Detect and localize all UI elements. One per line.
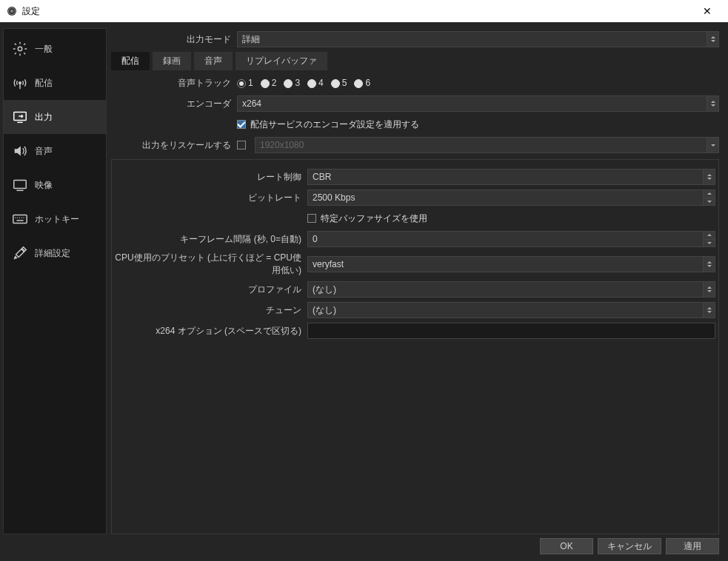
enforce-checkbox[interactable] — [237, 120, 246, 129]
svg-point-2 — [10, 10, 13, 13]
keyboard-icon — [10, 211, 30, 227]
dropdown-arrow-icon — [703, 303, 715, 318]
sidebar-label: 出力 — [35, 111, 53, 124]
dropdown-arrow-icon — [707, 96, 718, 111]
x264opts-input[interactable] — [307, 323, 715, 339]
dropdown-arrow-icon — [707, 138, 718, 152]
rescale-dropdown: 1920x1080 — [255, 137, 719, 153]
tab-streaming[interactable]: 配信 — [111, 52, 150, 70]
sidebar-label: 詳細設定 — [35, 247, 70, 260]
output-mode-label: 出力モード — [111, 33, 237, 46]
spinner-icon[interactable] — [703, 232, 715, 246]
encoder-label: エンコーダ — [111, 98, 237, 110]
tab-recording[interactable]: 録画 — [153, 52, 191, 70]
bitrate-input[interactable]: 2500 Kbps — [307, 189, 715, 206]
track-5-radio[interactable] — [331, 79, 340, 88]
bitrate-label: ビットレート — [115, 192, 307, 204]
audio-track-label: 音声トラック — [111, 77, 237, 90]
ok-button[interactable]: OK — [540, 538, 593, 554]
sidebar-label: 配信 — [35, 77, 53, 90]
sidebar-label: 一般 — [35, 43, 53, 56]
custom-buffer-label: 特定バッファサイズを使用 — [321, 212, 427, 225]
sidebar-item-audio[interactable]: 音声 — [4, 134, 106, 168]
sidebar-item-output[interactable]: 出力 — [4, 100, 106, 134]
x264opts-label: x264 オプション (スペースで区切る) — [115, 325, 307, 337]
cpu-preset-label: CPU使用のプリセット (上に行くほど = CPU使用低い) — [115, 252, 307, 277]
close-button[interactable]: ✕ — [692, 5, 722, 17]
rescale-label: 出力をリスケールする — [111, 139, 237, 152]
spinner-icon[interactable] — [703, 190, 715, 205]
svg-rect-10 — [13, 215, 27, 224]
tools-icon — [10, 245, 30, 261]
rate-control-dropdown[interactable]: CBR — [307, 169, 715, 185]
svg-rect-8 — [14, 181, 27, 189]
window-title: 設定 — [22, 5, 692, 18]
tab-audio[interactable]: 音声 — [194, 52, 233, 70]
footer: OK キャンセル 適用 — [3, 534, 725, 558]
output-icon — [10, 109, 30, 125]
content: 出力モード 詳細 配信 録画 音声 リプレイバッファ 音声トラック 1 2 3 … — [111, 28, 725, 534]
gear-icon — [10, 41, 30, 57]
sidebar-item-stream[interactable]: 配信 — [4, 66, 106, 100]
sidebar-label: ホットキー — [35, 213, 79, 226]
keyframe-label: キーフレーム間隔 (秒, 0=自動) — [115, 233, 307, 246]
cancel-button[interactable]: キャンセル — [598, 538, 661, 554]
encoder-dropdown[interactable]: x264 — [237, 95, 719, 112]
track-6-radio[interactable] — [354, 79, 363, 88]
dropdown-arrow-icon — [703, 282, 715, 297]
sidebar-item-advanced[interactable]: 詳細設定 — [4, 236, 106, 270]
dropdown-arrow-icon — [707, 32, 718, 47]
rate-control-label: レート制御 — [115, 171, 307, 184]
rescale-checkbox[interactable] — [237, 141, 246, 150]
cpu-preset-dropdown[interactable]: veryfast — [307, 256, 715, 272]
profile-dropdown[interactable]: (なし) — [307, 281, 715, 298]
apply-button[interactable]: 適用 — [666, 538, 719, 554]
output-mode-dropdown[interactable]: 詳細 — [237, 31, 719, 47]
sidebar-label: 音声 — [35, 145, 53, 158]
speaker-icon — [10, 143, 30, 159]
audio-tracks: 1 2 3 4 5 6 — [237, 78, 370, 88]
sidebar-item-hotkeys[interactable]: ホットキー — [4, 202, 106, 236]
profile-label: プロファイル — [115, 283, 307, 296]
keyframe-input[interactable]: 0 — [307, 231, 715, 247]
antenna-icon — [10, 75, 30, 91]
tune-label: チューン — [115, 304, 307, 317]
dropdown-arrow-icon — [703, 169, 715, 184]
enforce-label: 配信サービスのエンコーダ設定を適用する — [250, 118, 419, 131]
track-3-radio[interactable] — [284, 79, 293, 88]
tab-replay-buffer[interactable]: リプレイバッファ — [236, 52, 327, 70]
sidebar-label: 映像 — [35, 179, 53, 192]
svg-point-3 — [18, 47, 22, 51]
dropdown-arrow-icon — [703, 257, 715, 272]
track-4-radio[interactable] — [307, 79, 316, 88]
track-2-radio[interactable] — [261, 79, 270, 88]
tabs: 配信 録画 音声 リプレイバッファ — [111, 52, 719, 70]
monitor-icon — [10, 177, 30, 193]
tune-dropdown[interactable]: (なし) — [307, 302, 715, 318]
sidebar-item-video[interactable]: 映像 — [4, 168, 106, 202]
titlebar: 設定 ✕ — [0, 0, 728, 22]
track-1-radio[interactable] — [237, 79, 246, 88]
sidebar: 一般 配信 出力 音声 映像 ホットキー 詳細設定 — [3, 28, 107, 534]
app-icon — [6, 5, 18, 17]
sidebar-item-general[interactable]: 一般 — [4, 32, 106, 66]
custom-buffer-checkbox[interactable] — [307, 214, 316, 223]
encoder-panel: レート制御 CBR ビットレート 2500 Kbps 特定バッファサイズを使用 … — [111, 159, 719, 534]
